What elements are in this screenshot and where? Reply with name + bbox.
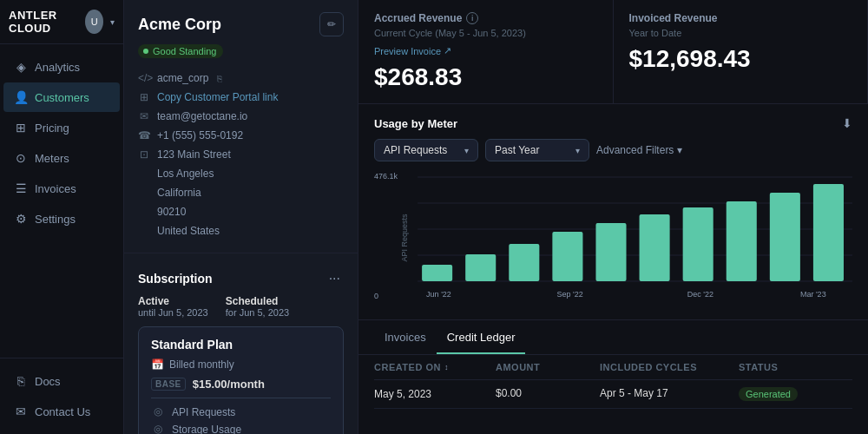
svg-text:Jun '22: Jun '22 bbox=[426, 290, 451, 299]
copy-slug-icon[interactable]: ⎘ bbox=[217, 74, 222, 83]
chevron-down-icon: ▾ bbox=[464, 146, 469, 155]
phone-icon: ☎ bbox=[138, 129, 150, 141]
download-icon[interactable]: ⬇ bbox=[842, 116, 852, 130]
invoiced-revenue-subtitle: Year to Date bbox=[629, 28, 852, 38]
subscription-title: Subscription bbox=[138, 272, 213, 286]
plan-feature-item: ◎Storage Usage bbox=[151, 423, 331, 434]
chart-area: 476.1k 0 API Requests bbox=[374, 168, 852, 307]
pricing-icon: ⊞ bbox=[14, 121, 28, 135]
tab-credit-ledger[interactable]: Credit Ledger bbox=[437, 320, 526, 354]
invoiced-revenue-amount: $12,698.43 bbox=[629, 45, 852, 73]
invoiced-revenue-card: Invoiced Revenue Year to Date $12,698.43 bbox=[614, 0, 869, 103]
chevron-down-icon: ▾ bbox=[575, 146, 580, 155]
svg-text:0: 0 bbox=[374, 292, 378, 300]
subscription-active-tab: Active until Jun 5, 2023 bbox=[138, 295, 208, 318]
period-select[interactable]: Past Year ▾ bbox=[485, 139, 589, 161]
svg-text:Dec '22: Dec '22 bbox=[687, 290, 713, 299]
avatar[interactable]: U bbox=[85, 10, 103, 34]
sidebar-item-docs[interactable]: ⎘Docs bbox=[3, 366, 120, 396]
customer-panel: Acme Corp ✏ Good Standing </> acme_corp … bbox=[124, 0, 358, 434]
col-header-date: CREATED ON ↕ bbox=[374, 362, 496, 372]
customer-slug-row: </> acme_corp ⎘ bbox=[138, 69, 344, 88]
svg-rect-11 bbox=[552, 232, 582, 281]
customer-zip-row: 90210 bbox=[138, 202, 344, 221]
customer-portal-row: ⊞ Copy Customer Portal link bbox=[138, 88, 344, 107]
calendar-icon: 📅 bbox=[151, 358, 164, 371]
customer-address-row: ⊡ 123 Main Street bbox=[138, 145, 344, 164]
sidebar-header: ANTLER CLOUD U ▾ bbox=[0, 0, 123, 44]
col-header-cycles: INCLUDED CYCLES bbox=[600, 362, 739, 372]
meters-icon: ⊙ bbox=[14, 151, 28, 165]
svg-rect-9 bbox=[465, 254, 496, 281]
customer-info: </> acme_corp ⎘ ⊞ Copy Customer Portal l… bbox=[124, 65, 358, 244]
svg-rect-16 bbox=[770, 193, 800, 281]
edit-customer-button[interactable]: ✏ bbox=[319, 12, 344, 36]
row-date: May 5, 2023 bbox=[374, 387, 496, 401]
subscription-section: Subscription ··· Active until Jun 5, 202… bbox=[124, 262, 358, 434]
sidebar-item-customers[interactable]: 👤Customers bbox=[3, 82, 120, 112]
link-icon: ⊞ bbox=[138, 91, 150, 103]
status-badge: Good Standing bbox=[138, 44, 223, 58]
analytics-icon: ◈ bbox=[14, 60, 28, 74]
main-content: Acme Corp ✏ Good Standing </> acme_corp … bbox=[124, 0, 868, 434]
email-icon: ✉ bbox=[138, 110, 150, 122]
svg-rect-8 bbox=[422, 265, 452, 281]
preview-invoice-link[interactable]: Preview Invoice ↗ bbox=[374, 45, 597, 56]
meter-select[interactable]: API Requests ▾ bbox=[374, 139, 478, 161]
svg-text:Sep '22: Sep '22 bbox=[556, 290, 582, 299]
subscription-header: Subscription ··· bbox=[138, 271, 344, 286]
svg-rect-10 bbox=[509, 244, 539, 281]
chart-filters: API Requests ▾ Past Year ▾ Advanced Filt… bbox=[374, 139, 852, 161]
svg-rect-15 bbox=[727, 201, 757, 281]
plan-card: Standard Plan 📅 Billed monthly BASE $15.… bbox=[138, 326, 344, 434]
svg-rect-14 bbox=[683, 207, 713, 281]
contact-icon: ✉ bbox=[14, 404, 28, 418]
plan-feature-item: ◎API Requests bbox=[151, 405, 331, 419]
accrued-revenue-amount: $268.83 bbox=[374, 63, 597, 91]
bottom-section: InvoicesCredit Ledger CREATED ON ↕ AMOUN… bbox=[358, 320, 868, 434]
table-header: CREATED ON ↕ AMOUNT INCLUDED CYCLES STAT… bbox=[374, 355, 852, 380]
sidebar-item-pricing[interactable]: ⊞Pricing bbox=[3, 113, 120, 142]
chart-title: Usage by Meter bbox=[374, 117, 457, 130]
copy-portal-link[interactable]: Copy Customer Portal link bbox=[157, 91, 278, 103]
external-link-icon: ↗ bbox=[444, 45, 451, 56]
plan-billing: 📅 Billed monthly bbox=[151, 358, 331, 371]
sidebar-item-analytics[interactable]: ◈Analytics bbox=[3, 52, 120, 82]
subscription-tabs: Active until Jun 5, 2023 Scheduled for J… bbox=[138, 295, 344, 318]
invoices-icon: ☰ bbox=[14, 181, 28, 195]
subscription-scheduled-tab: Scheduled for Jun 5, 2023 bbox=[226, 295, 289, 318]
tab-invoices[interactable]: Invoices bbox=[374, 320, 437, 354]
sidebar-item-meters[interactable]: ⊙Meters bbox=[3, 143, 120, 173]
row-amount: $0.00 bbox=[496, 387, 600, 401]
invoiced-revenue-title: Invoiced Revenue bbox=[629, 12, 852, 24]
sidebar-item-settings[interactable]: ⚙Settings bbox=[3, 204, 120, 233]
subscription-more-button[interactable]: ··· bbox=[326, 271, 344, 286]
chart-section: Usage by Meter ⬇ API Requests ▾ Past Yea… bbox=[358, 104, 868, 320]
sidebar-item-invoices[interactable]: ☰Invoices bbox=[3, 174, 120, 203]
customer-header: Acme Corp ✏ bbox=[124, 0, 358, 43]
svg-rect-13 bbox=[640, 214, 670, 281]
sidebar-nav: ◈Analytics👤Customers⊞Pricing⊙Meters☰Invo… bbox=[0, 44, 123, 358]
customers-icon: 👤 bbox=[14, 90, 28, 104]
app-logo: ANTLER CLOUD bbox=[9, 9, 78, 35]
address-icon: ⊡ bbox=[138, 148, 150, 161]
sort-icon[interactable]: ↕ bbox=[444, 363, 449, 372]
chevron-down-icon: ▾ bbox=[677, 144, 682, 156]
usage-chart: 476.1k 0 API Requests bbox=[374, 168, 852, 307]
advanced-filters-toggle[interactable]: Advanced Filters ▾ bbox=[596, 144, 682, 156]
plan-base: BASE $15.00/month bbox=[151, 378, 331, 391]
customer-state-row: California bbox=[138, 183, 344, 202]
info-icon[interactable]: i bbox=[466, 12, 478, 24]
customer-country-row: United States bbox=[138, 221, 344, 240]
row-cycles: Apr 5 - May 17 bbox=[600, 387, 739, 401]
accrued-revenue-card: Accrued Revenue i Current Cycle (May 5 -… bbox=[358, 0, 614, 103]
svg-rect-17 bbox=[813, 184, 844, 281]
right-panel: Accrued Revenue i Current Cycle (May 5 -… bbox=[358, 0, 868, 434]
customer-city-row: Los Angeles bbox=[138, 164, 344, 183]
chevron-down-icon[interactable]: ▾ bbox=[110, 17, 115, 27]
svg-text:API Requests: API Requests bbox=[400, 214, 409, 261]
sidebar-item-contact[interactable]: ✉Contact Us bbox=[3, 397, 120, 426]
row-status: Generated bbox=[739, 387, 852, 401]
customer-phone-row: ☎ +1 (555) 555-0192 bbox=[138, 126, 344, 145]
table-section: CREATED ON ↕ AMOUNT INCLUDED CYCLES STAT… bbox=[358, 355, 868, 409]
